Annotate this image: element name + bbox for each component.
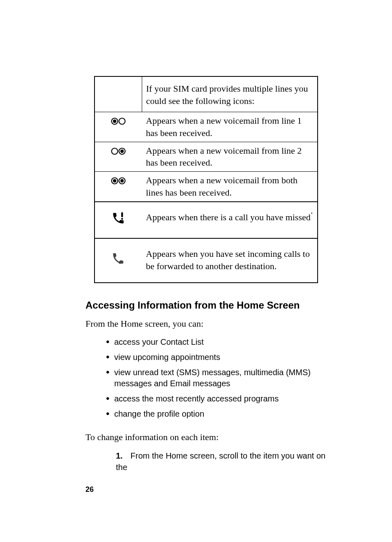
voicemail-line1-icon: [95, 112, 142, 142]
missed-call-desc: . Appears when there is a call you have …: [142, 202, 318, 239]
call-forward-desc: Appears when you have set incoming calls…: [142, 238, 318, 282]
table-row: If your SIM card provides multiple lines…: [95, 76, 318, 112]
svg-point-7: [113, 179, 116, 182]
list-item: view unread text (SMS) messages, multime…: [106, 367, 326, 393]
call-forward-icon: [95, 238, 142, 282]
table-row: Appears when you have set incoming calls…: [95, 238, 318, 282]
table-row: . Appears when there is a call you have …: [95, 202, 318, 239]
svg-point-9: [120, 179, 124, 182]
svg-point-5: [120, 150, 124, 153]
icon-cell-empty: [95, 76, 142, 112]
step-1: 1. From the Home screen, scroll to the i…: [116, 450, 326, 473]
voicemail-both-desc: Appears when a new voicemail from both l…: [142, 172, 318, 202]
list-item: access the most recently accessed progra…: [106, 393, 326, 408]
table-row: Appears when a new voicemail from line 2…: [95, 142, 318, 171]
missed-call-text: Appears when there is a call you have mi…: [146, 212, 311, 222]
trailing-period: .: [311, 205, 313, 217]
intro-text: If your SIM card provides multiple lines…: [142, 76, 318, 112]
icon-description-table: If your SIM card provides multiple lines…: [94, 76, 318, 283]
intro-paragraph: From the Home screen, you can:: [85, 318, 326, 329]
list-item: view upcoming appointments: [106, 352, 326, 367]
table-row: Appears when a new voicemail from line 1…: [95, 112, 318, 142]
section-heading: Accessing Information from the Home Scre…: [85, 300, 326, 311]
voicemail-line1-desc: Appears when a new voicemail from line 1…: [142, 112, 318, 142]
voicemail-line2-desc: Appears when a new voicemail from line 2…: [142, 142, 318, 171]
svg-rect-10: [121, 212, 123, 217]
page-content: If your SIM card provides multiple lines…: [0, 0, 392, 494]
svg-point-11: [121, 218, 123, 220]
svg-point-3: [111, 148, 118, 154]
list-item: change the profile option: [106, 408, 326, 424]
page-number: 26: [85, 485, 326, 494]
step-number: 1.: [116, 450, 128, 461]
svg-point-2: [119, 118, 125, 125]
feature-list: access your Contact List view upcoming a…: [106, 337, 326, 424]
missed-call-icon: [95, 202, 142, 239]
voicemail-line2-icon: [95, 142, 142, 171]
tochange-paragraph: To change information on each item:: [85, 432, 326, 443]
voicemail-both-icon: [95, 172, 142, 202]
step-text: From the Home screen, scroll to the item…: [116, 451, 325, 472]
list-item: access your Contact List: [106, 337, 326, 352]
svg-point-1: [113, 120, 116, 123]
table-row: Appears when a new voicemail from both l…: [95, 172, 318, 202]
